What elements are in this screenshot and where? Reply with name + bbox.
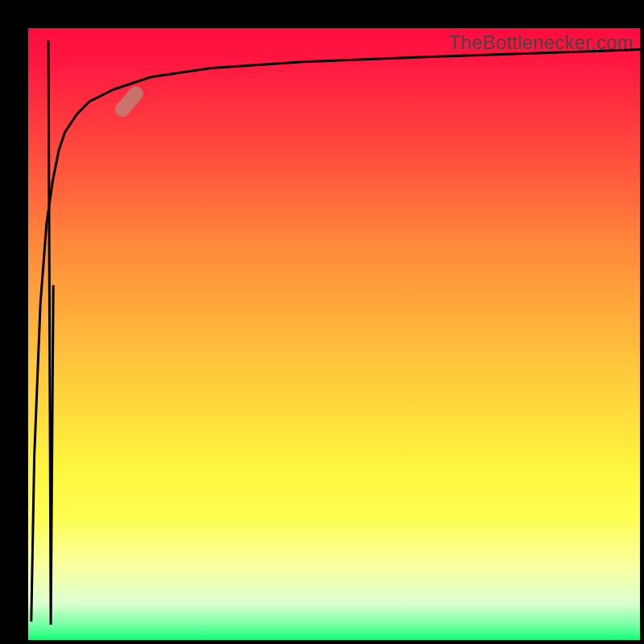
plot-area: TheBottlenecker.com	[28, 28, 640, 640]
chart-frame: TheBottlenecker.com	[0, 0, 644, 644]
spike-path	[48, 40, 53, 625]
bottleneck-curve	[31, 50, 640, 622]
curve-layer	[28, 28, 640, 640]
